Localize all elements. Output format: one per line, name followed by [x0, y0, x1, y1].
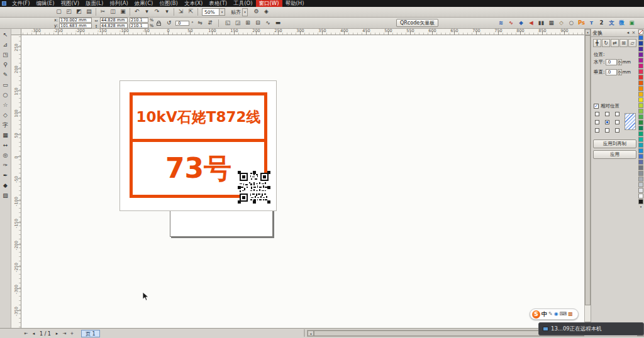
sogou-logo-icon[interactable]: S	[532, 310, 540, 319]
cut-icon[interactable]: ✂	[98, 8, 108, 16]
menu-item[interactable]: 帮助(H)	[282, 0, 308, 7]
anchor-top-checkbox[interactable]	[605, 112, 609, 116]
menu-item[interactable]: 版面(L)	[82, 0, 106, 7]
ime-mode-toggle[interactable]: 中	[541, 310, 547, 319]
color-swatch[interactable]	[638, 137, 643, 142]
transform-rotate-icon[interactable]: ↻	[602, 39, 610, 47]
dimension-tool[interactable]: ↔	[1, 141, 11, 150]
scroll-left-icon[interactable]: ◂	[308, 330, 314, 336]
to-front-icon[interactable]: ◱	[223, 19, 232, 28]
table-grid-icon[interactable]: ▦	[547, 19, 556, 28]
pick-tool[interactable]: ↖	[1, 30, 11, 40]
color-swatch[interactable]	[638, 97, 643, 102]
image-export-icon[interactable]: ▣	[627, 19, 636, 28]
undo-icon[interactable]: ↶	[132, 8, 142, 16]
anchor-top-left-checkbox[interactable]	[595, 112, 599, 116]
qr-code-object[interactable]	[238, 171, 270, 204]
columns-icon[interactable]: ▮▮	[536, 19, 546, 28]
menu-item[interactable]: 工具(O)	[230, 0, 255, 7]
color-swatch[interactable]	[638, 58, 643, 63]
label-artwork[interactable]: 10kV石姥T872线 73号	[119, 80, 277, 211]
no-color-swatch[interactable]	[638, 30, 643, 35]
statusbar-splitter[interactable]	[304, 329, 305, 337]
redo-dropdown-icon[interactable]: ▾	[162, 8, 172, 16]
selection-handle[interactable]	[267, 200, 270, 204]
eyedropper-tool[interactable]: ✑	[1, 161, 11, 170]
color-swatch[interactable]	[638, 165, 643, 170]
selection-handle[interactable]	[238, 171, 241, 174]
color-swatch[interactable]	[638, 154, 643, 159]
options-icon[interactable]: ⚙	[252, 8, 261, 16]
relative-position-checkbox[interactable]: ✓	[594, 104, 599, 109]
group-icon[interactable]: ⊞	[243, 19, 252, 28]
color-swatch[interactable]	[638, 35, 643, 40]
apply-to-duplicate-button[interactable]: 应用到再制	[593, 139, 636, 148]
anchor-center-checkbox[interactable]	[605, 120, 609, 124]
copy-icon[interactable]: ◫	[108, 8, 118, 16]
menu-item[interactable]: 视图(V)	[58, 0, 82, 7]
transform-skew-icon[interactable]: ▱	[628, 39, 636, 47]
scroll-up-icon[interactable]: ▴	[585, 29, 591, 35]
mirror-vertical-icon[interactable]: ⇵	[205, 19, 214, 28]
new-document-icon[interactable]: ▢	[54, 8, 64, 16]
page-tab[interactable]: 页 1	[81, 330, 100, 337]
color-swatch[interactable]	[638, 63, 643, 68]
selection-handle[interactable]	[253, 171, 256, 174]
node-edit-icon[interactable]: ◆	[516, 19, 526, 28]
chevron-down-icon[interactable]: ▾	[242, 8, 248, 16]
color-swatch[interactable]	[638, 199, 643, 204]
ruler-origin-box[interactable]	[11, 29, 21, 35]
object-x-field[interactable]: 170.002 mm	[59, 18, 92, 23]
object-height-field[interactable]: 44.828 mm	[100, 23, 128, 28]
color-swatch[interactable]	[638, 143, 643, 148]
color-swatch[interactable]	[638, 109, 643, 114]
transform-scale-mirror-icon[interactable]: ⇄	[611, 39, 619, 47]
keyboard-icon[interactable]: ⌨	[560, 309, 567, 319]
paste-icon[interactable]: ▣	[118, 8, 128, 16]
color-swatch[interactable]	[638, 46, 643, 52]
selection-handle[interactable]	[267, 171, 270, 174]
horizontal-ruler[interactable]: -300-250-200-150-100-5005010015020025030…	[21, 29, 584, 35]
menu-item[interactable]: 编辑(E)	[33, 0, 58, 7]
selection-handle[interactable]	[253, 200, 256, 204]
app-icon[interactable]	[2, 1, 6, 6]
color-swatch[interactable]	[638, 92, 643, 97]
handwriting-icon[interactable]: ✎	[548, 309, 553, 319]
color-swatch[interactable]	[638, 103, 643, 108]
menu-item[interactable]: 排列(A)	[106, 0, 131, 7]
vertical-scroll-thumb[interactable]	[585, 35, 591, 305]
selection-handle[interactable]	[238, 200, 241, 204]
scale-x-field[interactable]: 210.1	[130, 18, 148, 23]
remote-session-notification[interactable]: 13...09正在远程本机	[538, 322, 644, 335]
scale-y-field[interactable]: 210.1	[130, 23, 148, 28]
voice-icon[interactable]: ◉	[554, 309, 558, 319]
vertical-value-field[interactable]: .0	[606, 69, 617, 75]
mirror-paste-icon[interactable]: ◀	[526, 19, 536, 28]
color-swatch[interactable]	[638, 75, 643, 80]
horizontal-value-field[interactable]: .0	[606, 59, 617, 65]
zoom-level-combobox[interactable]: 50% ▾	[202, 8, 225, 16]
color-swatch[interactable]	[638, 171, 643, 176]
next-page-button[interactable]: ▸	[53, 330, 60, 337]
batch-number-icon[interactable]: 2	[597, 19, 606, 28]
menu-item[interactable]: 窗口(W)	[256, 0, 282, 7]
lock-ratio-button[interactable]	[156, 21, 162, 26]
color-swatch[interactable]	[638, 120, 643, 125]
color-swatch[interactable]	[638, 41, 643, 46]
undo-dropdown-icon[interactable]: ▾	[142, 8, 152, 16]
redo-icon[interactable]: ↷	[152, 8, 162, 16]
previous-page-button[interactable]: ◂	[30, 330, 37, 337]
chevron-down-icon[interactable]: ▾	[219, 9, 225, 15]
color-swatch[interactable]	[638, 114, 643, 119]
object-width-field[interactable]: 44.828 mm	[100, 18, 128, 23]
ime-toolbar[interactable]: S 中 ✎◉⌨▩	[530, 308, 579, 320]
wechat-plugin-icon[interactable]: 微	[617, 19, 626, 28]
curve-smooth-icon[interactable]: ∿	[506, 19, 516, 28]
application-launcher-icon[interactable]: ◈	[262, 8, 271, 16]
to-back-icon[interactable]: ◲	[233, 19, 242, 28]
open-icon[interactable]: ◰	[64, 8, 74, 16]
color-swatch[interactable]	[638, 188, 643, 193]
text-tool[interactable]: 字	[1, 121, 11, 130]
color-swatch[interactable]	[638, 194, 643, 199]
selection-handle[interactable]	[238, 186, 241, 189]
